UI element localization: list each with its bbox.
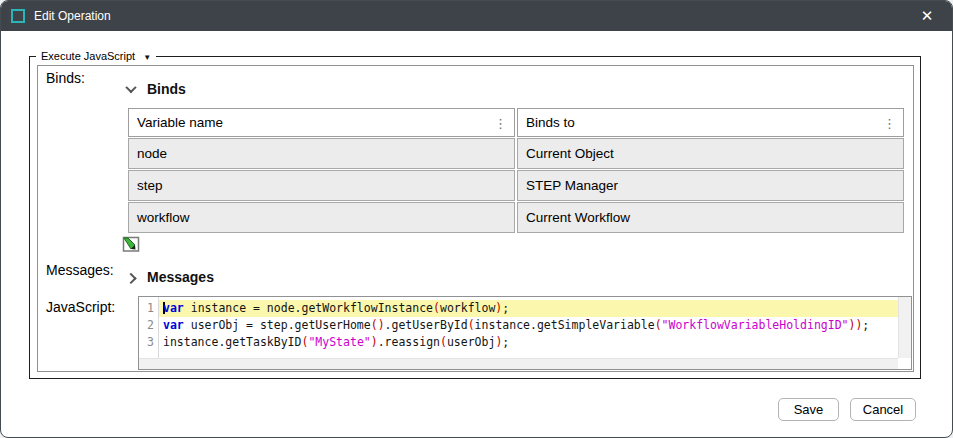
- table-row: nodeCurrent Object: [128, 138, 904, 169]
- code-token: userObj = step.getUserHome: [184, 318, 371, 332]
- column-menu-icon[interactable]: ⋮: [494, 116, 507, 129]
- cancel-button[interactable]: Cancel: [850, 398, 916, 421]
- table-header-row: Variable name⋮ Binds to⋮: [128, 108, 904, 137]
- save-button[interactable]: Save: [778, 398, 839, 421]
- binds-table-body: nodeCurrent ObjectstepSTEP Managerworkfl…: [128, 138, 904, 233]
- javascript-editor[interactable]: 123 var instance = node.getWorkflowInsta…: [138, 296, 912, 370]
- column-header-label: Variable name: [137, 115, 223, 130]
- binds-table: Variable name⋮ Binds to⋮ nodeCurrent Obj…: [126, 107, 906, 234]
- line-number: 1: [139, 300, 158, 317]
- column-header-label: Binds to: [526, 115, 575, 130]
- code-token: (): [371, 318, 385, 332]
- column-header-variable-name[interactable]: Variable name⋮: [128, 108, 515, 137]
- dropdown-arrow-icon: ▼: [143, 53, 151, 62]
- code-token: (: [440, 335, 447, 349]
- binds-section-title: Binds: [147, 81, 186, 97]
- table-cell[interactable]: node: [128, 138, 515, 169]
- messages-section-title: Messages: [147, 269, 214, 285]
- table-cell[interactable]: Current Workflow: [517, 202, 904, 233]
- code-line[interactable]: var instance = node.getWorkflowInstance(…: [159, 300, 898, 317]
- line-number: 2: [139, 317, 158, 334]
- code-token: ): [371, 335, 378, 349]
- code-token: ;: [862, 318, 869, 332]
- code-token: )): [849, 318, 863, 332]
- code-line[interactable]: var userObj = step.getUserHome().getUser…: [159, 317, 898, 334]
- editor-horizontal-scrollbar[interactable]: [139, 358, 898, 369]
- code-token: (: [433, 301, 440, 315]
- code-token: var: [163, 301, 184, 315]
- code-line[interactable]: instance.getTaskByID("MyState").reassign…: [159, 334, 898, 351]
- binds-section-header[interactable]: Binds: [127, 81, 186, 97]
- chevron-right-icon: [125, 273, 136, 284]
- code-token: "WorkflowVariableHoldingID": [662, 318, 849, 332]
- messages-section-header[interactable]: Messages: [127, 269, 214, 285]
- title-bar: Edit Operation ✕: [1, 1, 952, 31]
- operation-type-selector[interactable]: Execute JavaScript▼: [36, 50, 156, 62]
- code-token: ;: [502, 301, 509, 315]
- window-title: Edit Operation: [34, 9, 111, 23]
- editor-code[interactable]: var instance = node.getWorkflowInstance(…: [159, 297, 898, 358]
- chevron-down-icon: [125, 82, 136, 93]
- table-row: workflowCurrent Workflow: [128, 202, 904, 233]
- code-token: "MyState": [308, 335, 370, 349]
- line-number: 3: [139, 334, 158, 351]
- javascript-label: JavaScript:: [46, 299, 115, 315]
- code-token: instance.getSimpleVariable: [475, 318, 655, 332]
- table-cell[interactable]: Current Object: [517, 138, 904, 169]
- binds-label: Binds:: [46, 70, 85, 86]
- editor-vertical-scrollbar[interactable]: [898, 297, 911, 358]
- close-icon[interactable]: ✕: [912, 1, 942, 31]
- operation-legend-label: Execute JavaScript: [41, 50, 135, 62]
- code-token: .reassign: [378, 335, 440, 349]
- table-row: stepSTEP Manager: [128, 170, 904, 201]
- app-icon: [11, 9, 25, 23]
- edit-cell-icon[interactable]: [122, 236, 140, 253]
- code-token: (: [468, 318, 475, 332]
- code-token: workflow: [440, 301, 495, 315]
- code-token: userObj: [447, 335, 495, 349]
- code-token: var: [163, 318, 184, 332]
- code-token: (: [655, 318, 662, 332]
- table-cell[interactable]: STEP Manager: [517, 170, 904, 201]
- table-cell[interactable]: workflow: [128, 202, 515, 233]
- code-token: instance.getTaskByID: [163, 335, 301, 349]
- column-menu-icon[interactable]: ⋮: [883, 116, 896, 129]
- code-token: .getUserById: [385, 318, 468, 332]
- messages-label: Messages:: [46, 262, 114, 278]
- code-token: ;: [502, 335, 509, 349]
- edit-operation-dialog: Edit Operation ✕ Execute JavaScript▼ Bin…: [0, 0, 953, 438]
- table-cell[interactable]: step: [128, 170, 515, 201]
- code-token: instance = node.getWorkflowInstance: [184, 301, 433, 315]
- column-header-binds-to[interactable]: Binds to⋮: [517, 108, 904, 137]
